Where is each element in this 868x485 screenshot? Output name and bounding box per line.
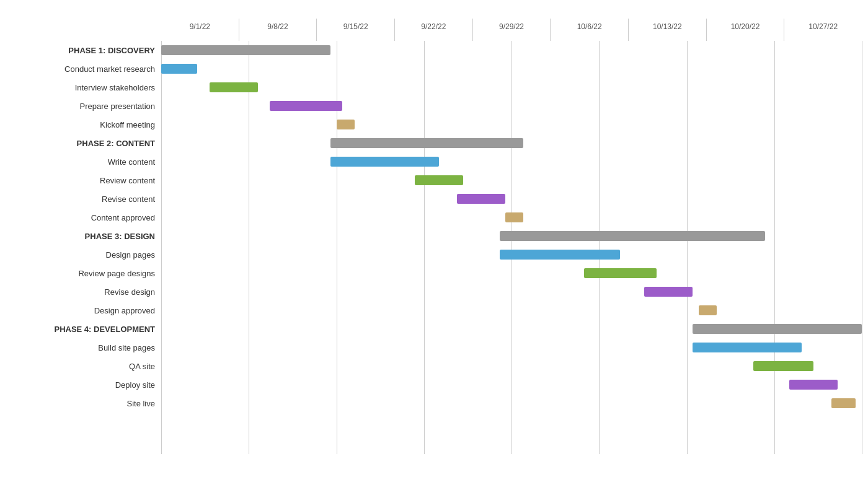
label-text-13: Revise design: [104, 287, 155, 297]
label-row-11: Design pages: [6, 245, 161, 264]
label-text-10: PHASE 3: DESIGN: [85, 232, 155, 241]
grid-row-10: [161, 227, 862, 245]
grid-row-4: [161, 115, 862, 134]
grid-row-16: [161, 338, 862, 357]
label-header-spacer: [6, 19, 161, 41]
bar-14: [699, 305, 717, 315]
label-row-1: Conduct market research: [6, 59, 161, 78]
label-row-12: Review page designs: [6, 264, 161, 282]
label-text-1: Conduct market research: [64, 64, 155, 74]
rows-area: [161, 41, 862, 454]
label-row-18: Deploy site: [6, 375, 161, 394]
grid-row-12: [161, 264, 862, 282]
label-row-0: PHASE 1: DISCOVERY: [6, 41, 161, 59]
chart-container: PHASE 1: DISCOVERYConduct market researc…: [0, 0, 868, 485]
label-text-6: Write content: [108, 157, 155, 167]
label-text-16: Build site pages: [98, 343, 155, 352]
grid-row-6: [161, 152, 862, 171]
label-text-17: QA site: [129, 362, 155, 371]
grid-row-8: [161, 190, 862, 208]
label-text-2: Interview stakeholders: [75, 83, 155, 92]
label-text-3: Prepare presentation: [80, 102, 155, 111]
grid-row-14: [161, 301, 862, 320]
date-col-7: 10/20/22: [706, 19, 784, 41]
date-col-5: 10/6/22: [550, 19, 628, 41]
label-row-6: Write content: [6, 152, 161, 171]
bar-4: [337, 120, 355, 129]
date-col-4: 9/29/22: [472, 19, 551, 41]
date-col-0: 9/1/22: [161, 19, 239, 41]
bar-18: [789, 380, 838, 390]
bar-7: [415, 175, 463, 185]
grid-area: 9/1/229/8/229/15/229/22/229/29/2210/6/22…: [161, 19, 862, 454]
bar-9: [505, 212, 523, 222]
label-text-5: PHASE 2: CONTENT: [77, 139, 155, 148]
bar-11: [500, 250, 621, 260]
gantt-wrapper: PHASE 1: DISCOVERYConduct market researc…: [6, 19, 862, 454]
bar-17: [753, 361, 813, 371]
label-row-9: Content approved: [6, 208, 161, 227]
label-row-19: Site live: [6, 394, 161, 413]
bar-16: [693, 343, 801, 352]
grid-row-9: [161, 208, 862, 227]
label-text-4: Kickoff meeting: [100, 120, 155, 129]
bar-12: [584, 268, 657, 278]
bar-19: [831, 398, 856, 408]
label-text-11: Design pages: [106, 250, 156, 260]
labels-column: PHASE 1: DISCOVERYConduct market researc…: [6, 19, 161, 454]
label-row-13: Revise design: [6, 282, 161, 301]
grid-row-3: [161, 97, 862, 115]
grid-row-15: [161, 320, 862, 338]
label-row-16: Build site pages: [6, 338, 161, 357]
label-row-4: Kickoff meeting: [6, 115, 161, 134]
grid-row-18: [161, 375, 862, 394]
label-row-8: Revise content: [6, 190, 161, 208]
date-headers: 9/1/229/8/229/15/229/22/229/29/2210/6/22…: [161, 19, 862, 41]
grid-row-11: [161, 245, 862, 264]
bar-5: [330, 138, 524, 148]
label-text-15: PHASE 4: DEVELOPMENT: [54, 325, 155, 334]
label-text-0: PHASE 1: DISCOVERY: [68, 46, 155, 55]
label-row-2: Interview stakeholders: [6, 78, 161, 97]
grid-row-17: [161, 357, 862, 375]
bar-13: [644, 287, 693, 297]
label-text-14: Design approved: [94, 306, 155, 315]
bar-10: [500, 231, 766, 241]
grid-row-1: [161, 59, 862, 78]
date-col-6: 10/13/22: [628, 19, 706, 41]
label-row-14: Design approved: [6, 301, 161, 320]
grid-row-2: [161, 78, 862, 97]
label-text-8: Revise content: [102, 194, 155, 204]
grid-row-0: [161, 41, 862, 59]
label-text-19: Site live: [126, 399, 155, 408]
bar-3: [270, 101, 342, 111]
label-text-18: Deploy site: [115, 380, 155, 390]
label-text-9: Content approved: [91, 213, 155, 222]
date-col-3: 9/22/22: [394, 19, 472, 41]
label-row-3: Prepare presentation: [6, 97, 161, 115]
bar-1: [161, 64, 197, 74]
grid-row-19: [161, 394, 862, 413]
date-col-8: 10/27/22: [784, 19, 862, 41]
date-col-2: 9/15/22: [316, 19, 394, 41]
date-col-1: 9/8/22: [239, 19, 317, 41]
label-row-5: PHASE 2: CONTENT: [6, 134, 161, 152]
bar-6: [330, 157, 439, 167]
grid-row-7: [161, 171, 862, 190]
label-text-12: Review page designs: [78, 269, 155, 278]
bar-8: [457, 194, 505, 204]
bar-2: [210, 82, 258, 92]
bar-0: [161, 45, 330, 55]
grid-row-5: [161, 134, 862, 152]
grid-row-13: [161, 282, 862, 301]
label-text-7: Review content: [100, 176, 155, 185]
label-row-7: Review content: [6, 171, 161, 190]
bar-15: [693, 324, 862, 334]
grid-line-8: [862, 41, 862, 454]
label-row-15: PHASE 4: DEVELOPMENT: [6, 320, 161, 338]
label-row-10: PHASE 3: DESIGN: [6, 227, 161, 245]
label-row-17: QA site: [6, 357, 161, 375]
